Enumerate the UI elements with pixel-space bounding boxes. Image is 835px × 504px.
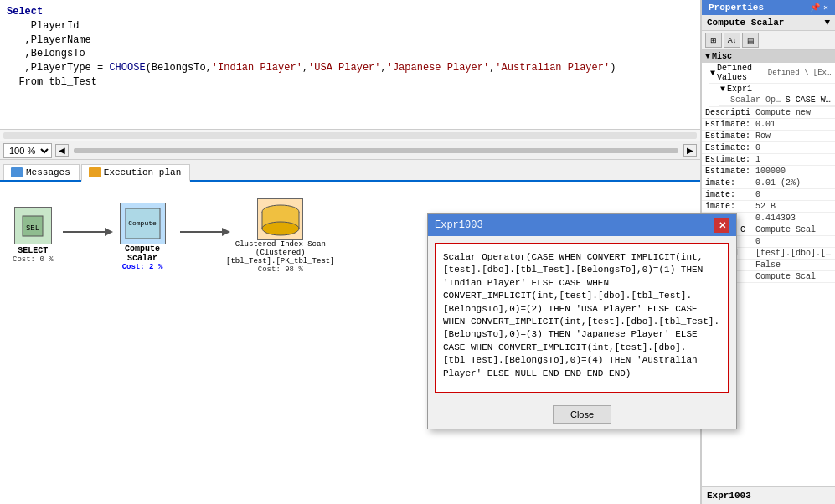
modal-close-x-btn[interactable]: ✕ bbox=[714, 218, 729, 233]
modal-content-text: Scalar Operator(CASE WHEN CONVERT_IMPLIC… bbox=[435, 243, 729, 393]
expr1003-modal: Expr1003 ✕ Scalar Operator(CASE WHEN CON… bbox=[427, 213, 737, 429]
modal-body: Scalar Operator(CASE WHEN CONVERT_IMPLIC… bbox=[428, 236, 736, 400]
modal-overlay: Expr1003 ✕ Scalar Operator(CASE WHEN CON… bbox=[0, 0, 835, 504]
modal-titlebar: Expr1003 ✕ bbox=[428, 214, 736, 236]
modal-close-button[interactable]: Close bbox=[553, 405, 611, 424]
modal-title: Expr1003 bbox=[435, 219, 483, 231]
modal-footer: Close bbox=[428, 400, 736, 429]
